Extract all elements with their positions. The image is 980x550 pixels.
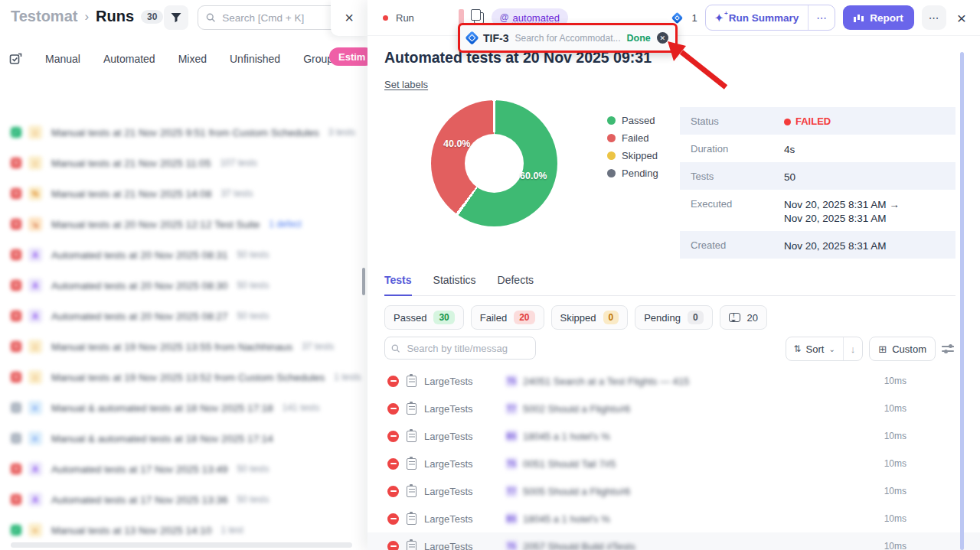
failed-test-icon: [387, 431, 399, 442]
sort-direction-button[interactable]: ↓: [844, 337, 863, 360]
passed-slice-label: 60.0%: [520, 171, 547, 181]
run-title: Automated tests at 17 Nov 2025 13:36: [51, 494, 227, 506]
tab-automated[interactable]: Automated: [103, 53, 155, 65]
set-labels-link[interactable]: Set labels: [384, 79, 428, 90]
failed-test-icon: [387, 403, 399, 415]
test-row[interactable]: LargeTestsT75002 Should a Flights#610ms: [368, 395, 980, 422]
legend-passed[interactable]: Passed: [607, 115, 658, 126]
test-row[interactable]: LargeTestsT75005 Should a Flights#610ms: [368, 477, 980, 505]
status-text: FAILED: [795, 115, 831, 129]
tab-tests[interactable]: Tests: [384, 274, 412, 296]
info-row-tests: Tests 50: [680, 162, 956, 190]
chip-passed[interactable]: Passed30: [384, 305, 464, 330]
run-summary-main[interactable]: ✦+ Run Summary: [706, 5, 808, 30]
run-status-dot: [383, 15, 388, 21]
tests-search-input[interactable]: [405, 342, 529, 355]
search-icon: [206, 12, 215, 23]
run-type-icon: A: [28, 493, 42, 506]
test-row[interactable]: LargeTestsB518045 a 1 hotel's %10ms: [368, 422, 980, 450]
sort-button[interactable]: ⇅ Sort ⌄: [786, 337, 843, 360]
run-status-mixed-icon: ▪: [11, 402, 21, 413]
test-row[interactable]: LargeTestsT50051 Should Tail 7#510ms: [368, 450, 980, 477]
jira-issue-key[interactable]: TIF-3: [483, 32, 508, 44]
tests-search[interactable]: [384, 337, 536, 360]
filter-sliders-icon[interactable]: [942, 344, 954, 353]
chip-pending[interactable]: Pending0: [635, 305, 712, 330]
tab-statistics[interactable]: Statistics: [433, 274, 476, 295]
chip-failed[interactable]: Failed20: [471, 305, 544, 330]
run-meta: 50 tests: [237, 311, 269, 321]
run-type-icon: ≡: [28, 431, 42, 445]
run-info-table: Status FAILED Duration 4s Tests 50 Execu…: [680, 107, 956, 259]
failed-test-icon: [387, 376, 399, 387]
copy-icon[interactable]: [474, 12, 484, 24]
panel-scrollbar-thumb[interactable]: [960, 52, 964, 550]
run-defect-link[interactable]: 1 defect: [269, 219, 302, 229]
search-close-button[interactable]: ×: [331, 0, 368, 36]
clipboard-icon: [407, 458, 416, 470]
comment-icon: [729, 313, 740, 322]
app-window: Testomat › Runs 30 × Manual Automated Mi…: [0, 0, 980, 550]
tag-label: automated: [513, 12, 560, 24]
run-type-icon: ::: [28, 370, 42, 384]
tab-manual[interactable]: Manual: [45, 53, 80, 65]
chip-skipped[interactable]: Skipped0: [551, 305, 629, 330]
sort-arrows-icon: ⇅: [794, 343, 802, 354]
run-title: Automated tests at 20 Nov 2025 08:27: [51, 311, 227, 322]
chevron-down-icon: ⌄: [828, 345, 835, 353]
run-detail-panel: Run @ automated 1 ✦+ Run Summary ⋯: [368, 0, 980, 550]
test-row[interactable]: LargeTestsB518045 a 1 hotel's %10ms: [368, 505, 980, 532]
test-id-badge: T5: [505, 457, 518, 470]
run-meta: 3 tests: [328, 127, 355, 138]
run-type-icon: %: [28, 187, 42, 200]
donut-hole: [465, 134, 524, 193]
legend-failed[interactable]: Failed: [607, 132, 658, 144]
left-bottom-scrollbar[interactable]: [11, 542, 352, 548]
tab-unfinished[interactable]: Unfinished: [230, 53, 280, 65]
legend-skipped[interactable]: Skipped: [607, 150, 658, 161]
tab-defects[interactable]: Defects: [498, 274, 534, 295]
run-type-icon: ::: [28, 156, 42, 170]
clipboard-icon: [407, 431, 416, 442]
test-title: 24051 Search at a Test Flights — 415: [523, 376, 689, 387]
run-status-failed-icon: ✕: [11, 280, 21, 291]
custom-columns-button[interactable]: ⊞ Custom: [869, 337, 936, 361]
run-summary-button[interactable]: ✦+ Run Summary ⋯: [705, 5, 835, 31]
test-duration: 10ms: [884, 458, 906, 469]
chip-comments[interactable]: 20: [720, 305, 767, 330]
legend-pending[interactable]: Pending: [607, 168, 658, 179]
more-actions-button[interactable]: ⋯: [922, 5, 946, 30]
test-id-badge: B5: [505, 430, 518, 442]
test-suite-label: LargeTests: [424, 513, 495, 525]
popover-close-icon[interactable]: ✕: [657, 32, 668, 44]
test-title: 18045 a 1 hotel's %: [523, 513, 610, 525]
report-button[interactable]: Report: [843, 5, 914, 30]
test-title: 2057 Should Build #Tests: [523, 541, 635, 550]
run-status-failed-icon: ✕: [11, 464, 21, 474]
filter-button[interactable]: [164, 5, 188, 30]
run-status-mixed-icon: ▪: [11, 433, 21, 444]
panel-close-button[interactable]: ×: [957, 10, 966, 26]
jira-issue-status: Done: [627, 33, 651, 44]
run-status-failed-icon: ✕: [11, 372, 21, 382]
run-summary-more-button[interactable]: ⋯: [808, 5, 835, 30]
test-row[interactable]: LargeTestsT52057 Should Build #Tests10ms: [368, 532, 980, 550]
jira-issue-icon[interactable]: [671, 11, 683, 24]
select-runs-icon[interactable]: [9, 53, 22, 66]
left-scrollbar-thumb[interactable]: [362, 268, 365, 295]
chip-passed-count: 30: [433, 311, 454, 324]
jira-issue-popover[interactable]: TIF-3 Search for Accommodat... Done ✕: [458, 23, 678, 53]
test-duration: 10ms: [884, 486, 906, 496]
test-duration: 10ms: [884, 541, 906, 550]
run-title: Manual & automated tests at 18 Nov 2025 …: [51, 433, 273, 444]
executed-end: Nov 20, 2025 8:31 AM: [784, 213, 887, 224]
run-title: Manual tests at 19 Nov 2025 13:52 from C…: [51, 372, 325, 383]
test-suite-label: LargeTests: [424, 431, 495, 442]
test-duration: 10ms: [884, 403, 906, 414]
test-id-badge: T7: [505, 402, 518, 415]
brand-name[interactable]: Testomat: [11, 8, 77, 25]
clipboard-icon: [407, 376, 416, 387]
test-row[interactable]: LargeTestsT524051 Search at a Test Fligh…: [368, 367, 980, 395]
test-title: 5002 Should a Flights#6: [523, 403, 630, 415]
tab-mixed[interactable]: Mixed: [178, 53, 207, 65]
